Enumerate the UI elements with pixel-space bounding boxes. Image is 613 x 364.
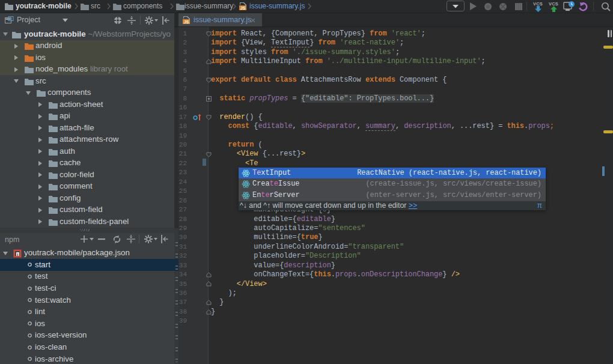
svg-text:JS: JS bbox=[184, 20, 189, 24]
svg-text:JS: JS bbox=[240, 6, 246, 10]
